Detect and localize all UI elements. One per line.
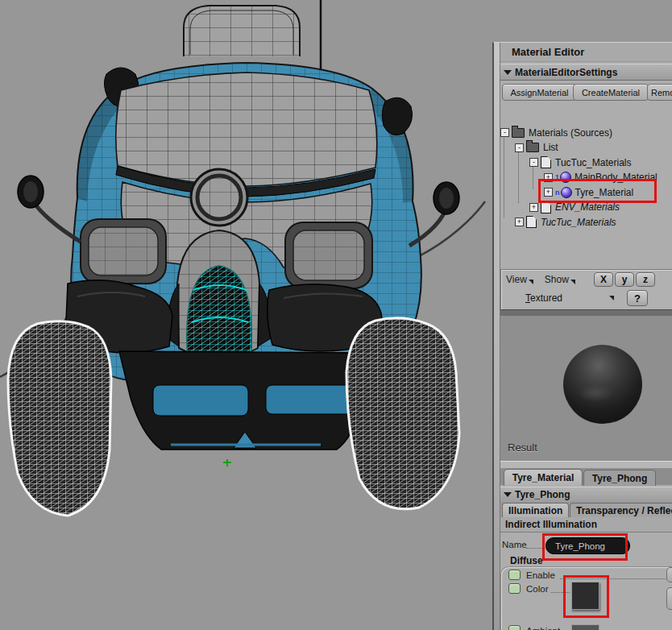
- dotted-leader: [560, 571, 667, 579]
- right-window: [285, 222, 372, 288]
- remove-material-label: Remo: [651, 88, 672, 97]
- material-preview-area[interactable]: Y Z X Result: [500, 316, 672, 461]
- axis-y-button[interactable]: y: [615, 272, 634, 287]
- application-window: Material Editor MaterialEditorSettings A…: [0, 0, 672, 630]
- material-editor-panel: Material Editor MaterialEditorSettings A…: [492, 42, 672, 630]
- tab-indirect-illumination[interactable]: Indirect Illumination: [500, 517, 672, 533]
- material-sphere-icon: [561, 187, 572, 198]
- tab-label: Transparency / Reflect: [576, 505, 672, 516]
- tab-label: Tyre_Material: [512, 472, 574, 483]
- display-mode-rest: extured: [530, 292, 562, 304]
- tree-item-label: MainBody_Material: [575, 172, 657, 183]
- settings-section-header[interactable]: MaterialEditorSettings: [500, 64, 672, 81]
- shader-name-input[interactable]: [545, 537, 630, 554]
- help-button[interactable]: ?: [627, 290, 648, 306]
- expand-toggle-icon[interactable]: +: [544, 188, 553, 197]
- expand-toggle-icon[interactable]: +: [515, 218, 524, 226]
- panel-title: Material Editor: [500, 43, 672, 62]
- ambient-color-swatch[interactable]: [571, 624, 599, 630]
- tab-tyre-material[interactable]: Tyre_Material: [504, 469, 583, 486]
- panel-scrollbar[interactable]: [494, 43, 500, 630]
- tree-guide-line: [504, 134, 504, 218]
- menu-arrow-icon: [570, 280, 575, 284]
- tab-transparency-reflect[interactable]: Transparency / Reflect: [570, 503, 672, 518]
- material-preview-sphere: [563, 345, 642, 424]
- ambient-label: Ambient: [526, 626, 560, 630]
- ambient-row: Ambient: [508, 624, 570, 630]
- preview-toolbar: View Show X y z Textured: [500, 269, 672, 310]
- folder-icon: [526, 143, 539, 152]
- material-library-icon: [541, 201, 551, 213]
- create-material-label: CreateMaterial: [582, 88, 640, 97]
- left-window: [81, 219, 166, 284]
- menu-arrow-icon: [529, 280, 533, 284]
- view-menu[interactable]: View: [506, 274, 533, 285]
- expand-toggle-icon[interactable]: -: [500, 128, 509, 137]
- color-label: Color: [526, 584, 548, 594]
- tree-item-tuctuc-materials[interactable]: - TucTuc_Materials: [529, 155, 631, 169]
- tree-item-tuctuc-materials-2[interactable]: + TucTuc_Materials: [515, 215, 616, 229]
- axis-x-button[interactable]: X: [594, 272, 613, 287]
- expand-toggle-icon[interactable]: -: [515, 143, 524, 152]
- show-menu[interactable]: Show: [545, 274, 575, 285]
- axis-y-label: y: [622, 274, 628, 285]
- color-animation-button[interactable]: [666, 587, 672, 610]
- name-label: Name: [502, 540, 527, 549]
- enable-row: Enable: [508, 569, 669, 581]
- enable-checkbox[interactable]: [508, 570, 521, 580]
- dotted-leader: [526, 541, 544, 549]
- assign-material-button[interactable]: AssignMaterial: [502, 84, 577, 101]
- tree-item-materials-sources[interactable]: - Materials (Sources): [500, 126, 612, 139]
- tab-tyre-phong[interactable]: Tyre_Phong: [583, 470, 656, 486]
- diffuse-group-label: Diffuse: [507, 555, 546, 566]
- headlight: [191, 169, 247, 226]
- diffuse-color-swatch[interactable]: [571, 582, 599, 610]
- rear-wheel-right: [346, 318, 459, 509]
- assign-material-label: AssignMaterial: [510, 88, 568, 97]
- tree-item-mainbody-material[interactable]: + 1 MainBody_Material: [544, 171, 657, 184]
- roof-sign: [184, 6, 300, 56]
- show-menu-label: Show: [545, 274, 569, 285]
- material-usage-badge: n: [555, 189, 560, 197]
- tree-item-tyre-material[interactable]: + n Tyre_Material: [544, 185, 633, 199]
- shader-section-label: Tyre_Phong: [515, 489, 570, 500]
- material-usage-badge: 1: [555, 173, 559, 181]
- tree-item-list[interactable]: - List: [515, 141, 558, 155]
- material-tab-bar: Tyre_Material Tyre_Phong: [500, 468, 672, 485]
- tree-item-label: List: [543, 142, 558, 153]
- tree-guide-line: [518, 148, 519, 203]
- expand-toggle-icon[interactable]: -: [529, 158, 538, 167]
- collapse-arrow-icon: [504, 492, 512, 497]
- shader-section-header[interactable]: Tyre_Phong: [500, 487, 672, 503]
- tab-illumination[interactable]: Illumination: [502, 503, 569, 518]
- panel-title-text: Material Editor: [512, 46, 584, 58]
- help-label: ?: [634, 292, 641, 305]
- axis-z-label: z: [643, 274, 648, 285]
- settings-section-label: MaterialEditorSettings: [515, 67, 617, 78]
- enable-animation-button[interactable]: [666, 567, 672, 582]
- axis-z-button[interactable]: z: [636, 272, 655, 287]
- rear-wheel-left: [8, 321, 111, 516]
- material-library-icon: [526, 216, 537, 228]
- view-menu-label: View: [506, 274, 527, 285]
- enable-label: Enable: [526, 570, 555, 580]
- tree-item-label: Materials (Sources): [529, 127, 612, 139]
- menu-arrow-icon: [609, 296, 614, 300]
- display-mode-dropdown[interactable]: Textured: [525, 290, 622, 306]
- expand-toggle-icon[interactable]: +: [544, 173, 553, 182]
- material-library-icon: [541, 156, 551, 168]
- tree-item-env-materials[interactable]: + ENV_Materials: [529, 201, 620, 214]
- color-checkbox[interactable]: [508, 583, 521, 594]
- collapse-arrow-icon: [504, 70, 512, 75]
- tab-label: Tyre_Phong: [592, 473, 647, 484]
- result-label: Result: [508, 441, 537, 454]
- folder-icon: [512, 128, 525, 138]
- color-row: Color: [508, 582, 570, 595]
- tree-item-label: TucTuc_Materials: [555, 157, 631, 168]
- remove-material-button[interactable]: Remo: [647, 84, 672, 101]
- tree-item-label: ENV_Materials: [555, 201, 620, 213]
- create-material-button[interactable]: CreateMaterial: [573, 84, 649, 101]
- underbody: [119, 351, 374, 450]
- expand-toggle-icon[interactable]: +: [529, 203, 538, 212]
- ambient-checkbox[interactable]: [508, 625, 521, 630]
